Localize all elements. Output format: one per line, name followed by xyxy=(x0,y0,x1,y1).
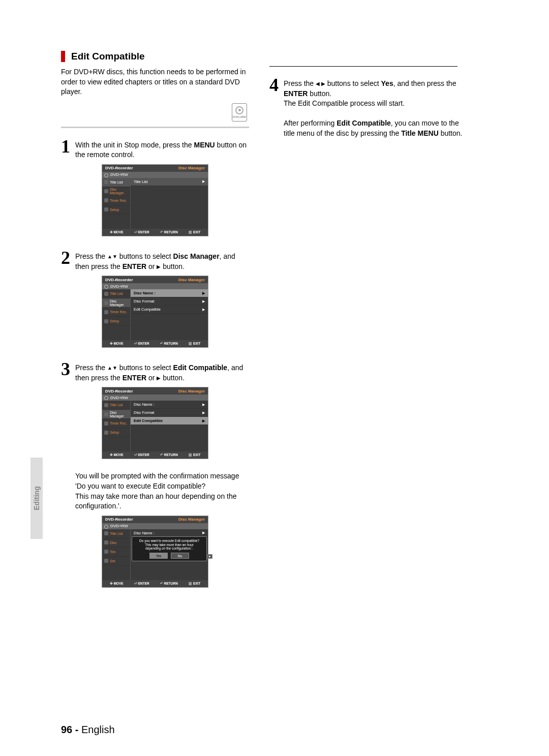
page-number: 96 - English xyxy=(61,724,115,736)
dialog-no-button: No xyxy=(171,553,189,559)
divider xyxy=(269,66,458,67)
osd-sidebar: Title List Disc Manager Timer Rec. Setup xyxy=(102,178,131,229)
osd-footer: ✥ MOVE ⏎ ENTER ↶ RETURN ▥ EXIT xyxy=(102,229,208,236)
osd-screenshot-4: DVD-RecorderDisc Manager DVD+RW Title Li… xyxy=(102,516,208,588)
step-1: 1 With the unit in Stop mode, press the … xyxy=(61,137,249,160)
step-text: Press the ◀ ▶ buttons to select Yes, and… xyxy=(284,76,463,139)
dialog-yes-button: Yes xyxy=(149,553,168,559)
step-number: 1 xyxy=(61,137,70,156)
osd-screenshot-2: DVD-RecorderDisc Manager DVD+RW Title Li… xyxy=(102,276,208,348)
up-down-arrow-icon: ▲▼ xyxy=(107,253,117,260)
confirmation-note: You will be prompted with the confirmati… xyxy=(75,471,249,511)
step-number: 3 xyxy=(61,360,70,378)
left-right-arrow-icon: ◀ ▶ xyxy=(316,80,325,87)
heading-marker xyxy=(61,51,65,62)
step-text: With the unit in Stop mode, press the ME… xyxy=(75,137,249,160)
disc-type-icon: DVD+RW xyxy=(232,103,247,122)
side-tab-label: Editing xyxy=(30,458,43,539)
osd-screenshot-3: DVD-RecorderDisc Manager DVD+RW Title Li… xyxy=(102,387,208,459)
step-2: 2 Press the ▲▼ buttons to select Disc Ma… xyxy=(61,249,249,271)
osd-main: Title List▶ xyxy=(131,178,208,229)
step-4: 4 Press the ◀ ▶ buttons to select Yes, a… xyxy=(269,76,463,139)
right-arrow-box-icon: ▶ xyxy=(207,554,212,559)
step-number: 2 xyxy=(61,249,70,267)
confirmation-dialog: Do you want to execute Edit compatible? … xyxy=(132,536,207,561)
step-number: 4 xyxy=(269,76,279,94)
disc-icon-label: DVD+RW xyxy=(233,115,246,118)
section-heading: Edit Compatible xyxy=(71,51,145,62)
step-text: Press the ▲▼ buttons to select Disc Mana… xyxy=(75,249,249,271)
osd-screenshot-1: DVD-RecorderDisc Manager DVD+RW Title Li… xyxy=(102,164,208,236)
step-3: 3 Press the ▲▼ buttons to select Edit Co… xyxy=(61,360,249,383)
step-text: Press the ▲▼ buttons to select Edit Comp… xyxy=(75,360,249,383)
intro-text: For DVD+RW discs, this function needs to… xyxy=(61,67,249,97)
up-down-arrow-icon: ▲▼ xyxy=(107,365,117,372)
divider xyxy=(61,127,249,128)
